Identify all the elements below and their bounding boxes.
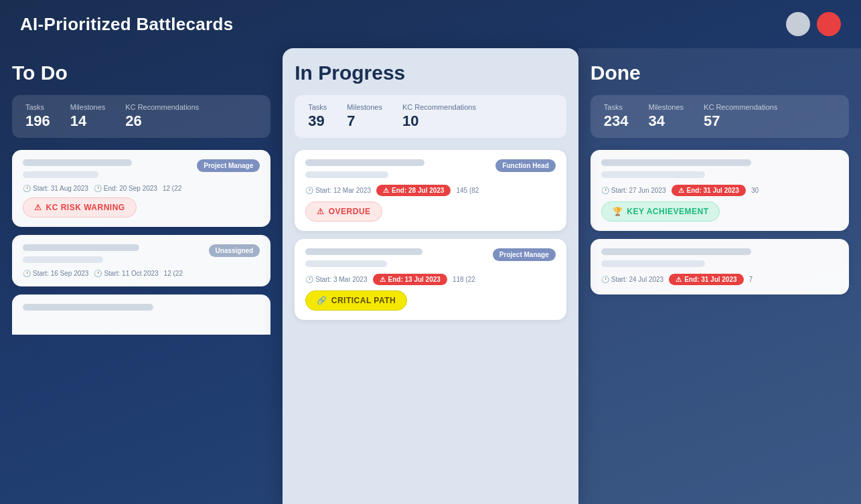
todo-card-1-line2 — [23, 171, 98, 178]
inprogress-card-1-count: 145 (82 — [456, 187, 479, 194]
inprogress-card-2-tag: Project Manage — [493, 248, 556, 261]
done-heading: Done — [591, 62, 849, 84]
todo-heading: To Do — [12, 62, 270, 84]
clock-icon-1: 🕐 — [23, 185, 31, 192]
todo-tasks-stat: Tasks 196 — [25, 103, 50, 130]
todo-tasks-value: 196 — [25, 112, 50, 130]
inprogress-heading: In Progress — [295, 62, 566, 84]
done-card-1-end-overdue: ⚠ End: 31 Jul 2023 — [672, 185, 746, 196]
inprogress-card-1[interactable]: Function Head 🕐 Start: 12 Mar 2023 ⚠ End… — [295, 150, 566, 231]
done-stats: Tasks 234 Milestones 34 KC Recommendatio… — [591, 95, 849, 138]
todo-milestones-label: Milestones — [70, 103, 106, 111]
todo-card-2[interactable]: Unassigned 🕐 Start: 16 Sep 2023 🕐 Start:… — [12, 235, 270, 286]
done-card-1-header — [601, 159, 838, 178]
inprogress-card-1-header: Function Head — [305, 159, 556, 178]
header: AI-Prioritized Battlecards — [0, 0, 861, 48]
inprogress-card-2-badge[interactable]: 🔗 CRITICAL PATH — [305, 290, 407, 311]
todo-card-1-count: 12 (22 — [163, 185, 181, 192]
inprogress-stats: Tasks 39 Milestones 7 KC Recommendations… — [295, 95, 566, 138]
todo-card-1-tag: Project Manage — [197, 159, 260, 172]
clock-icon-6: 🕐 — [305, 276, 313, 283]
column-inprogress: In Progress Tasks 39 Milestones 7 KC Rec… — [283, 48, 578, 504]
todo-card-2-line1 — [23, 244, 139, 251]
column-todo: To Do Tasks 196 Milestones 14 KC Recomme… — [0, 48, 283, 504]
inprogress-card-2-lines — [305, 248, 486, 267]
todo-card-1-badge[interactable]: ⚠ KC RISK WARNING — [23, 197, 137, 218]
inprogress-card-1-end-overdue: ⚠ End: 28 Jul 2023 — [376, 185, 451, 196]
done-card-1-line2 — [601, 171, 705, 178]
clock-icon-2: 🕐 — [94, 185, 102, 192]
inprogress-card-2-end-overdue: ⚠ End: 13 Jul 2023 — [373, 274, 447, 285]
inprogress-kc-value: 10 — [402, 112, 476, 130]
done-card-2-header — [601, 248, 838, 267]
inprogress-kc-label: KC Recommendations — [402, 103, 476, 111]
done-kc-stat: KC Recommendations 57 — [704, 103, 777, 130]
done-milestones-value: 34 — [649, 112, 684, 130]
inprogress-card-1-badge[interactable]: ⚠ OVERDUE — [305, 201, 382, 222]
todo-card-2-tag: Unassigned — [209, 244, 260, 257]
todo-stats: Tasks 196 Milestones 14 KC Recommendatio… — [12, 95, 270, 138]
critical-icon: 🔗 — [317, 296, 327, 305]
todo-card-1-meta: 🕐 Start: 31 Aug 2023 🕐 End: 20 Sep 2023 … — [23, 185, 260, 192]
partial-line-1 — [23, 304, 153, 311]
inprogress-card-2-count: 118 (22 — [453, 276, 475, 283]
app-title: AI-Prioritized Battlecards — [20, 14, 233, 35]
notification-icon[interactable] — [817, 12, 841, 36]
done-tasks-value: 234 — [604, 112, 629, 130]
user-icon[interactable] — [786, 12, 810, 36]
clock-icon-5: 🕐 — [305, 187, 313, 194]
clock-icon-8: 🕐 — [601, 276, 609, 283]
alert-icon-4: ⚠ — [676, 276, 682, 283]
done-milestones-label: Milestones — [649, 103, 684, 111]
done-milestones-stat: Milestones 34 — [649, 103, 684, 130]
inprogress-tasks-value: 39 — [308, 112, 327, 130]
inprogress-card-2-line1 — [305, 248, 422, 255]
clock-icon-4: 🕐 — [94, 270, 102, 277]
alert-icon-1: ⚠ — [383, 187, 389, 194]
inprogress-card-2-header: Project Manage — [305, 248, 556, 267]
done-card-1-badge[interactable]: 🏆 KEY ACHIEVEMENT — [601, 201, 720, 222]
alert-icon-3: ⚠ — [678, 187, 684, 194]
inprogress-card-1-start: 🕐 Start: 12 Mar 2023 — [305, 187, 371, 194]
done-card-2-line2 — [601, 260, 705, 267]
column-done: Done Tasks 234 Milestones 34 KC Recommen… — [578, 48, 861, 504]
done-card-2-end-overdue: ⚠ End: 31 Jul 2023 — [669, 274, 743, 285]
done-card-1[interactable]: 🕐 Start: 27 Jun 2023 ⚠ End: 31 Jul 2023 … — [591, 150, 849, 231]
achievement-icon: 🏆 — [613, 207, 623, 216]
todo-card-1-start: 🕐 Start: 31 Aug 2023 — [23, 185, 88, 192]
done-tasks-label: Tasks — [604, 103, 629, 111]
inprogress-milestones-stat: Milestones 7 — [347, 103, 382, 130]
todo-card-1-end: 🕐 End: 20 Sep 2023 — [94, 185, 157, 192]
done-card-1-meta: 🕐 Start: 27 Jun 2023 ⚠ End: 31 Jul 2023 … — [601, 185, 838, 196]
todo-card-2-count: 12 (22 — [164, 270, 183, 277]
done-kc-value: 57 — [704, 112, 777, 130]
done-card-2[interactable]: 🕐 Start: 24 Jul 2023 ⚠ End: 31 Jul 2023 … — [591, 239, 849, 295]
done-card-2-count: 7 — [749, 276, 753, 283]
inprogress-tasks-stat: Tasks 39 — [308, 103, 327, 130]
todo-card-2-meta: 🕐 Start: 16 Sep 2023 🕐 Start: 11 Oct 202… — [23, 270, 260, 277]
done-card-2-meta: 🕐 Start: 24 Jul 2023 ⚠ End: 31 Jul 2023 … — [601, 274, 838, 285]
inprogress-card-2-line2 — [305, 260, 386, 267]
clock-icon-7: 🕐 — [601, 187, 609, 194]
inprogress-milestones-label: Milestones — [347, 103, 382, 111]
todo-card-2-lines — [23, 244, 202, 263]
todo-card-1-lines — [23, 159, 190, 178]
warning-icon: ⚠ — [34, 203, 42, 212]
done-card-1-lines — [601, 159, 832, 178]
inprogress-card-1-lines — [305, 159, 489, 178]
done-kc-label: KC Recommendations — [704, 103, 777, 111]
todo-milestones-stat: Milestones 14 — [70, 103, 106, 130]
inprogress-card-2[interactable]: Project Manage 🕐 Start: 3 Mar 2023 ⚠ End… — [295, 239, 566, 320]
todo-card-2-start: 🕐 Start: 16 Sep 2023 — [23, 270, 88, 277]
todo-milestones-value: 14 — [70, 112, 106, 130]
todo-kc-stat: KC Recommendations 26 — [125, 103, 199, 130]
done-card-2-lines — [601, 248, 832, 267]
inprogress-kc-stat: KC Recommendations 10 — [402, 103, 476, 130]
columns-container: To Do Tasks 196 Milestones 14 KC Recomme… — [0, 48, 861, 504]
todo-card-1[interactable]: Project Manage 🕐 Start: 31 Aug 2023 🕐 En… — [12, 150, 270, 227]
app-container: AI-Prioritized Battlecards To Do Tasks 1… — [0, 0, 861, 504]
inprogress-card-2-meta: 🕐 Start: 3 Mar 2023 ⚠ End: 13 Jul 2023 1… — [305, 274, 556, 285]
done-card-1-count: 30 — [751, 187, 759, 194]
done-card-1-line1 — [601, 159, 751, 166]
overdue-icon: ⚠ — [317, 207, 325, 216]
